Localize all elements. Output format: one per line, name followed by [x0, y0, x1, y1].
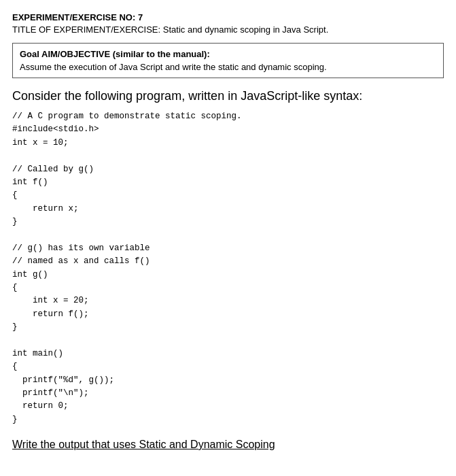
experiment-title-value: : Static and dynamic scoping in Java Scr… [158, 24, 329, 35]
experiment-number: EXPERIMENT/EXERCISE NO: 7 [12, 12, 444, 22]
write-output-label: Write the output that uses Static and Dy… [12, 439, 444, 451]
experiment-title-label: TITLE OF EXPERIMENT/EXERCISE [12, 24, 158, 35]
experiment-header: EXPERIMENT/EXERCISE NO: 7 TITLE OF EXPER… [12, 12, 444, 35]
code-block: // A C program to demonstrate static sco… [12, 110, 444, 426]
goal-text: Assume the execution of Java Script and … [20, 62, 436, 72]
goal-box: Goal AIM/OBJECTIVE (similar to the manua… [12, 43, 444, 78]
consider-heading: Consider the following program, written … [12, 89, 444, 103]
experiment-title: TITLE OF EXPERIMENT/EXERCISE: Static and… [12, 24, 444, 35]
goal-title: Goal AIM/OBJECTIVE (similar to the manua… [20, 49, 436, 59]
